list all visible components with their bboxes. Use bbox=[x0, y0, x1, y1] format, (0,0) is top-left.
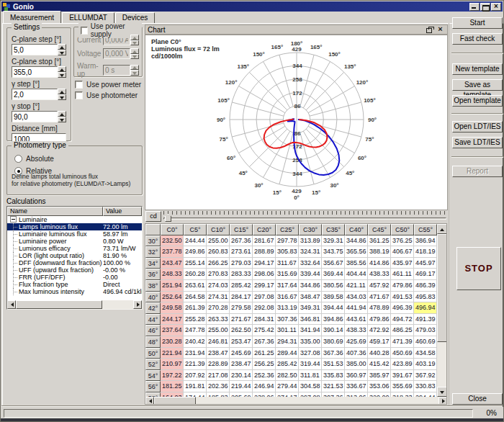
table-cell[interactable]: 261.39 bbox=[184, 302, 207, 314]
table-cell[interactable]: 319.44 bbox=[299, 359, 322, 370]
table-row-header[interactable]: 56° bbox=[145, 381, 161, 392]
table-cell[interactable]: 279.03 bbox=[230, 258, 253, 269]
table-cell[interactable]: 270.83 bbox=[207, 269, 230, 280]
table-cell[interactable]: 329.31 bbox=[322, 235, 345, 247]
table-cell[interactable]: 267.36 bbox=[230, 235, 253, 247]
table-cell[interactable]: 361.25 bbox=[368, 235, 391, 247]
use-photometer-checkbox[interactable] bbox=[75, 91, 83, 99]
table-cell[interactable]: 445.97 bbox=[414, 258, 437, 269]
spin-down-icon[interactable] bbox=[58, 94, 66, 100]
table-col-header[interactable]: C15° bbox=[230, 224, 253, 235]
table-cell[interactable]: 438.33 bbox=[368, 269, 391, 280]
table-cell[interactable]: 244.44 bbox=[184, 235, 207, 247]
table-cell[interactable]: 240.42 bbox=[184, 336, 207, 348]
table-cell[interactable]: 496.94 bbox=[414, 302, 437, 314]
table-cell[interactable]: 249.86 bbox=[184, 246, 207, 258]
table-cell[interactable]: 324.31 bbox=[299, 246, 322, 258]
table-cell[interactable]: 228.89 bbox=[207, 359, 230, 370]
table-cell[interactable]: 237.78 bbox=[161, 246, 184, 258]
table-cell[interactable]: 443.61 bbox=[345, 314, 368, 326]
table-cell[interactable]: 434.03 bbox=[345, 292, 368, 303]
table-cell[interactable]: 217.08 bbox=[207, 370, 230, 382]
calc-row[interactable]: Lumionus efficacy73.71 lm/W bbox=[7, 245, 142, 252]
table-cell[interactable]: 307.36 bbox=[276, 314, 299, 326]
table-row-header[interactable]: 34° bbox=[145, 258, 161, 269]
table-cell[interactable]: 311.67 bbox=[276, 258, 299, 269]
table-cell[interactable]: 491.39 bbox=[414, 314, 437, 326]
table-cell[interactable]: 292.08 bbox=[253, 302, 276, 314]
table-cell[interactable]: 285.42 bbox=[276, 359, 299, 370]
table-cell[interactable]: 321.53 bbox=[322, 381, 345, 392]
table-cell[interactable]: 391.67 bbox=[391, 370, 414, 382]
table-cell[interactable]: 394.86 bbox=[322, 314, 345, 326]
table-cell[interactable]: 253.47 bbox=[230, 336, 253, 348]
table-col-header[interactable]: C10° bbox=[207, 224, 230, 235]
table-cell[interactable]: 389.58 bbox=[322, 292, 345, 303]
table-cell[interactable]: 317.64 bbox=[276, 280, 299, 292]
table-cell[interactable]: 407.36 bbox=[345, 348, 368, 359]
table-cell[interactable]: 415.42 bbox=[368, 359, 391, 370]
table-row-header[interactable]: 42° bbox=[145, 302, 161, 314]
calc-row[interactable]: DFF (downward flux fraction)100.00 % bbox=[7, 259, 142, 266]
table-cell[interactable]: 330.83 bbox=[414, 381, 437, 392]
table-scroll-left-arrow[interactable] bbox=[145, 397, 154, 405]
table-cell[interactable]: 251.94 bbox=[161, 280, 184, 292]
table-cell[interactable]: 349.31 bbox=[299, 302, 322, 314]
table-col-header[interactable]: C40° bbox=[345, 224, 368, 235]
table-cell[interactable]: 385.56 bbox=[345, 258, 368, 269]
spin-up-icon[interactable] bbox=[58, 89, 66, 94]
table-cell[interactable]: 263.61 bbox=[184, 280, 207, 292]
calc-hscroll-thumb[interactable] bbox=[16, 300, 102, 309]
calc-row[interactable]: Lamps luminous flux72.00 lm bbox=[7, 223, 142, 230]
table-cell[interactable]: 421.11 bbox=[345, 280, 368, 292]
slider-track[interactable] bbox=[163, 217, 446, 220]
tab-measurement[interactable]: Measurement bbox=[3, 11, 61, 23]
maximize-button[interactable] bbox=[480, 3, 490, 11]
settings-field-input[interactable] bbox=[12, 66, 58, 78]
open-template-button[interactable]: Open template bbox=[452, 95, 503, 107]
table-cell[interactable]: 273.61 bbox=[230, 246, 253, 258]
table-cell[interactable]: 294.31 bbox=[276, 336, 299, 348]
table-cell[interactable]: 440.28 bbox=[368, 348, 391, 359]
table-cell[interactable]: 238.47 bbox=[207, 348, 230, 359]
table-cell[interactable]: 243.47 bbox=[161, 258, 184, 269]
calc-row[interactable]: FRR (UFF/DFF)-0.00 bbox=[7, 274, 142, 281]
table-cell[interactable]: 479.86 bbox=[391, 280, 414, 292]
table-cell[interactable]: 252.36 bbox=[253, 370, 276, 382]
table-cell[interactable]: 281.67 bbox=[253, 235, 276, 247]
table-cell[interactable]: 255.00 bbox=[207, 235, 230, 247]
table-cell[interactable]: 230.28 bbox=[161, 336, 184, 348]
table-row-header[interactable]: 46° bbox=[145, 325, 161, 336]
table-cell[interactable]: 386.94 bbox=[414, 235, 437, 247]
table-row-header[interactable]: 48° bbox=[145, 336, 161, 348]
table-cell[interactable]: 423.89 bbox=[391, 359, 414, 370]
table-hscroll-track[interactable] bbox=[154, 397, 438, 405]
table-cell[interactable]: 472.92 bbox=[368, 325, 391, 336]
spin-up-icon[interactable] bbox=[58, 66, 66, 72]
table-cell[interactable]: 403.19 bbox=[414, 359, 437, 370]
calc-row[interactable]: Flux fraction typeDirect bbox=[7, 281, 142, 288]
table-cell[interactable]: 335.00 bbox=[299, 336, 322, 348]
table-cell[interactable]: 339.44 bbox=[299, 269, 322, 280]
table-cell[interactable]: 260.28 bbox=[184, 269, 207, 280]
table-cell[interactable]: 245.69 bbox=[230, 348, 253, 359]
table-cell[interactable]: 355.69 bbox=[391, 381, 414, 392]
table-cell[interactable]: 343.75 bbox=[322, 246, 345, 258]
table-cell[interactable]: 279.44 bbox=[276, 381, 299, 392]
table-col-header[interactable]: C20° bbox=[253, 224, 276, 235]
table-cell[interactable]: 316.67 bbox=[276, 292, 299, 303]
table-cell[interactable]: 351.53 bbox=[322, 359, 345, 370]
table-cell[interactable]: 435.97 bbox=[391, 258, 414, 269]
table-cell[interactable]: 394.44 bbox=[322, 302, 345, 314]
tab-ellumdat[interactable]: ELLUMDAT bbox=[62, 12, 114, 23]
table-cell[interactable]: 380.56 bbox=[322, 280, 345, 292]
table-row-header[interactable]: 36° bbox=[145, 269, 161, 280]
table-col-header[interactable]: C5° bbox=[184, 224, 207, 235]
calc-row[interactable]: Luminaire luminous flux58.97 lm bbox=[7, 230, 142, 238]
table-row-header[interactable]: 52° bbox=[145, 359, 161, 370]
table-col-header[interactable]: C30° bbox=[299, 224, 322, 235]
table-cell[interactable]: 237.64 bbox=[161, 325, 184, 336]
use-power-supply-checkbox[interactable] bbox=[81, 27, 88, 35]
spin-down-icon[interactable] bbox=[58, 72, 66, 78]
table-cell[interactable]: 191.81 bbox=[184, 381, 207, 392]
